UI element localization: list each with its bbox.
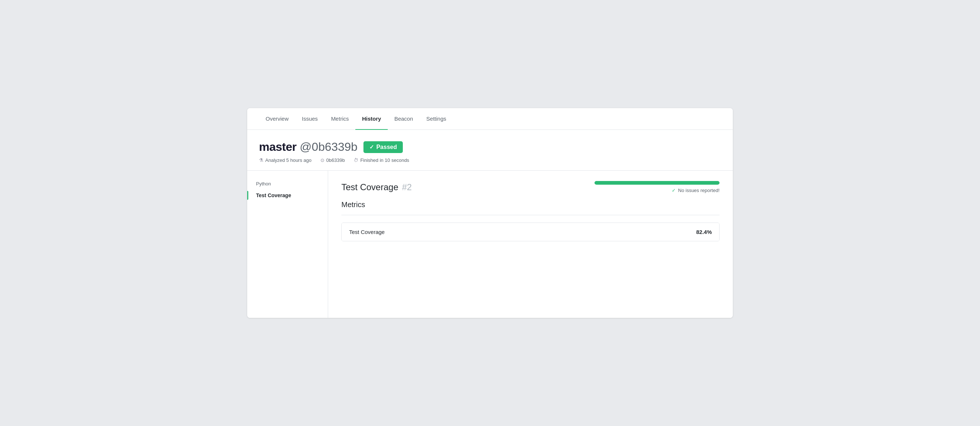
sidebar: Python Test Coverage bbox=[247, 171, 328, 318]
meta-analyzed: ⚗ Analyzed 5 hours ago bbox=[259, 157, 312, 163]
section-number: #2 bbox=[402, 182, 412, 192]
progress-bar-fill bbox=[595, 181, 719, 185]
sidebar-section-python: Python bbox=[247, 178, 328, 189]
main-content: Test Coverage #2 ✓ No issues reported! M… bbox=[328, 171, 733, 318]
metrics-title: Metrics bbox=[341, 200, 719, 209]
main-card: Overview Issues Metrics History Beacon S… bbox=[247, 108, 733, 318]
coverage-row: Test Coverage 82.4% bbox=[342, 223, 719, 241]
content-area: Python Test Coverage Test Coverage #2 ✓ … bbox=[247, 171, 733, 318]
no-issues-label: ✓ No issues reported! bbox=[672, 188, 719, 193]
section-header: Test Coverage #2 ✓ No issues reported! bbox=[341, 181, 719, 193]
branch-name: master @0b6339b bbox=[259, 140, 358, 154]
navigation: Overview Issues Metrics History Beacon S… bbox=[247, 108, 733, 130]
sidebar-item-test-coverage[interactable]: Test Coverage bbox=[247, 189, 328, 201]
meta-row: ⚗ Analyzed 5 hours ago ⊙ 0b6339b ⏱ Finis… bbox=[259, 157, 721, 163]
metrics-table: Test Coverage 82.4% bbox=[341, 223, 719, 241]
tab-settings[interactable]: Settings bbox=[420, 108, 453, 130]
no-issues-check-icon: ✓ bbox=[672, 188, 676, 193]
header-area: master @0b6339b ✓ Passed ⚗ Analyzed 5 ho… bbox=[247, 130, 733, 171]
tab-issues[interactable]: Issues bbox=[295, 108, 325, 130]
tab-metrics[interactable]: Metrics bbox=[325, 108, 355, 130]
coverage-label: Test Coverage bbox=[349, 229, 385, 235]
flask-icon: ⚗ bbox=[259, 157, 263, 163]
progress-bar-track bbox=[595, 181, 719, 185]
section-title: Test Coverage #2 bbox=[341, 182, 412, 192]
tab-beacon[interactable]: Beacon bbox=[388, 108, 420, 130]
meta-commit: ⊙ 0b6339b bbox=[320, 157, 345, 163]
clock-icon: ⏱ bbox=[353, 157, 358, 163]
progress-area: ✓ No issues reported! bbox=[595, 181, 719, 193]
metrics-divider bbox=[341, 215, 719, 215]
passed-badge: ✓ Passed bbox=[363, 141, 403, 153]
tab-overview[interactable]: Overview bbox=[259, 108, 295, 130]
meta-finished: ⏱ Finished in 10 seconds bbox=[353, 157, 409, 163]
tab-history[interactable]: History bbox=[355, 108, 388, 130]
coverage-value: 82.4% bbox=[696, 229, 712, 235]
commit-icon: ⊙ bbox=[320, 157, 325, 163]
check-icon: ✓ bbox=[369, 144, 374, 151]
branch-title-row: master @0b6339b ✓ Passed bbox=[259, 140, 721, 154]
